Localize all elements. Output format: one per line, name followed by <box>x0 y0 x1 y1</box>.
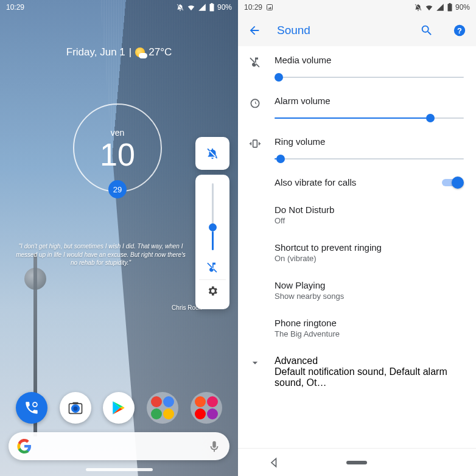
mic-icon[interactable] <box>208 439 221 453</box>
home-gesture-pill[interactable] <box>86 468 153 471</box>
home-screen: 10:29 90% Friday, Jun 1 | 27°C ven 10 29 <box>0 0 238 476</box>
svg-rect-9 <box>447 4 452 11</box>
search-button[interactable] <box>416 20 437 41</box>
help-button[interactable]: ? <box>449 20 470 41</box>
nav-back-button[interactable] <box>268 457 281 469</box>
media-volume-slider[interactable] <box>275 71 464 83</box>
status-bar: 10:29 90% <box>238 0 476 15</box>
clock-day-number: 10 <box>73 136 162 173</box>
back-button[interactable] <box>244 20 265 41</box>
svg-rect-15 <box>346 461 367 464</box>
battery-icon <box>209 3 215 12</box>
battery-icon <box>447 3 453 12</box>
signal-icon <box>436 3 444 12</box>
phone-app-icon[interactable] <box>16 392 47 424</box>
volume-slider[interactable] <box>212 183 214 250</box>
alarm-volume-slider[interactable] <box>275 112 464 124</box>
alarm-volume-row: Alarm volume <box>238 87 476 128</box>
advanced-row[interactable]: AdvancedDefault notification sound, Defa… <box>238 347 476 397</box>
alarm-icon <box>249 97 261 109</box>
svg-rect-8 <box>267 5 273 10</box>
svg-text:?: ? <box>457 26 462 35</box>
ring-volume-row: Ring volume <box>238 128 476 169</box>
settings-list: Media volume Alarm volume Ring volume Al… <box>238 46 476 448</box>
camera-app-icon[interactable] <box>60 392 91 424</box>
google-search-bar[interactable] <box>9 432 229 460</box>
status-bar: 10:29 90% <box>0 0 238 15</box>
vibrate-toggle[interactable] <box>442 177 464 189</box>
app-folder-2[interactable] <box>191 392 222 424</box>
media-mute-icon <box>249 56 261 68</box>
ring-volume-slider[interactable] <box>275 153 464 165</box>
app-bar: Sound ? <box>238 15 476 46</box>
svg-rect-1 <box>211 3 213 4</box>
now-playing-row[interactable]: Now PlayingShow nearby songs <box>238 271 476 309</box>
google-g-icon <box>17 439 32 453</box>
wallpaper-tower <box>24 268 46 290</box>
volume-settings-button[interactable] <box>206 281 219 301</box>
dnd-row[interactable]: Do Not DisturbOff <box>238 196 476 234</box>
svg-rect-7 <box>72 402 78 405</box>
nav-home-pill[interactable] <box>341 457 372 469</box>
signal-icon <box>198 3 206 12</box>
clock-badge[interactable]: 29 <box>108 180 127 198</box>
status-time: 10:29 <box>6 3 24 12</box>
bell-off-icon <box>414 3 422 12</box>
quote-text: "I don't get high, but sometimes I wish … <box>12 242 189 267</box>
status-time: 10:29 <box>244 3 262 12</box>
image-icon <box>266 4 273 11</box>
date-weather[interactable]: Friday, Jun 1 | 27°C <box>0 46 238 58</box>
navigation-bar <box>238 448 476 476</box>
volume-slider-panel <box>195 175 229 309</box>
battery-percent: 90% <box>217 3 232 12</box>
battery-percent: 90% <box>455 3 470 12</box>
clock-widget[interactable]: ven 10 29 <box>73 103 162 192</box>
svg-rect-14 <box>253 140 257 147</box>
dock <box>0 392 238 424</box>
app-folder-1[interactable] <box>147 392 178 424</box>
svg-point-13 <box>251 99 259 107</box>
media-volume-label: Media volume <box>275 55 464 65</box>
vibrate-icon <box>249 138 261 150</box>
play-store-icon[interactable] <box>103 392 135 424</box>
phone-ringtone-row[interactable]: Phone ringtoneThe Big Adventure <box>238 309 476 347</box>
sound-settings: 10:29 90% Sound ? Media volume Alarm <box>238 0 476 476</box>
shortcut-ringing-row[interactable]: Shortcut to prevent ringingOn (vibrate) <box>238 234 476 271</box>
media-mute-icon[interactable] <box>206 256 219 278</box>
ringer-mute-button[interactable] <box>195 137 229 170</box>
wifi-icon <box>425 3 433 12</box>
alarm-volume-label: Alarm volume <box>275 96 464 106</box>
svg-point-3 <box>33 403 37 406</box>
media-volume-row: Media volume <box>238 46 476 87</box>
page-title: Sound <box>277 24 404 37</box>
temp-text: 27°C <box>149 46 172 58</box>
volume-panel <box>195 137 229 309</box>
vibrate-for-calls-row[interactable]: Also vibrate for calls <box>238 169 476 196</box>
chevron-down-icon <box>249 357 261 369</box>
wifi-icon <box>187 3 195 12</box>
bell-off-icon <box>176 3 184 12</box>
ring-volume-label: Ring volume <box>275 136 464 147</box>
svg-point-5 <box>73 407 77 411</box>
weather-icon <box>135 47 145 57</box>
svg-rect-0 <box>209 4 214 11</box>
svg-rect-10 <box>449 3 451 4</box>
date-text: Friday, Jun 1 <box>66 46 125 58</box>
